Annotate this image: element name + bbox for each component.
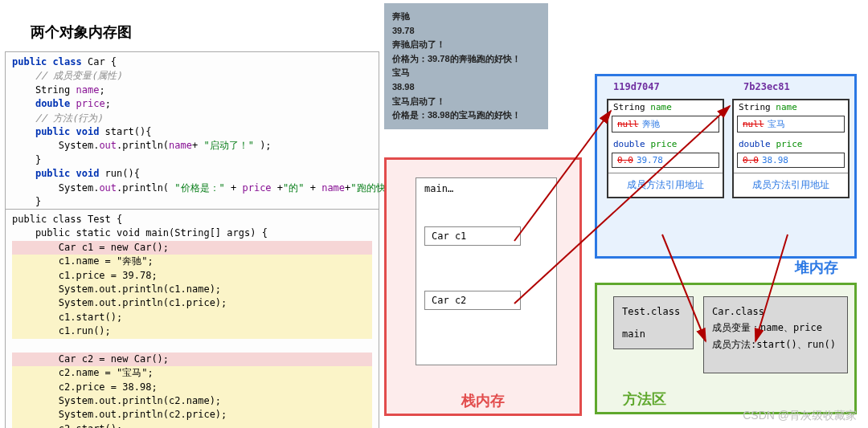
heap-addr-1: 119d7047 (613, 81, 660, 92)
code-test-text: public class Test { public static void m… (6, 210, 379, 428)
heap-obj1-name: null奔驰 (612, 116, 719, 132)
code-test-class: public class Test { public static void m… (5, 209, 379, 428)
stack-frame-main: main… Car c1 Car c2 (416, 177, 557, 365)
method-area: Test.class main Car.class 成员变量：name、pric… (595, 283, 857, 414)
heap-obj2-methodref: 成员方法引用地址 (734, 173, 848, 197)
heap-addr-2: 7b23ec81 (743, 81, 790, 92)
console-output: 奔驰 39.78 奔驰启动了！ 价格为：39.78的奔驰跑的好快！ 宝马 38.… (384, 3, 548, 129)
frame-label: main… (424, 183, 548, 194)
heap-obj1-methodref: 成员方法引用地址 (608, 173, 723, 197)
method-area-test: Test.class main (613, 296, 694, 349)
stack-var-c2: Car c2 (424, 291, 521, 310)
stack-memory: main… Car c1 Car c2 栈内存 (384, 157, 582, 416)
heap-label: 堆内存 (795, 258, 838, 277)
heap-memory: 119d7047 7b23ec81 String String namename… (595, 74, 857, 259)
console-line: 宝马启动了！ (392, 95, 540, 109)
method-area-car: Car.class 成员变量：name、price 成员方法:start()、r… (703, 296, 848, 373)
stack-label: 栈内存 (387, 391, 579, 410)
watermark: CSDN @骨灰级收藏家 (743, 409, 857, 423)
code-car-text: public class Car { // 成员变量(属性) String na… (6, 52, 379, 226)
heap-object-2: String name null宝马 double price 0.038.98… (732, 99, 850, 198)
heap-obj1-price: 0.039.78 (612, 153, 719, 168)
console-line: 38.98 (392, 80, 540, 95)
method-area-label: 方法区 (623, 389, 666, 409)
console-line: 奔驰启动了！ (392, 38, 540, 52)
console-line: 39.78 (392, 24, 540, 39)
heap-obj2-name: null宝马 (737, 116, 845, 132)
console-line: 宝马 (392, 66, 540, 80)
heap-obj2-price: 0.038.98 (737, 153, 845, 168)
diagram-title: 两个对象内存图 (31, 22, 132, 42)
console-line: 价格是：38.98的宝马跑的好快！ (392, 108, 540, 123)
console-line: 价格为：39.78的奔驰跑的好快！ (392, 52, 540, 67)
heap-object-1: String String namename null奔驰 double pri… (607, 99, 724, 198)
code-car-class: public class Car { // 成员变量(属性) String na… (5, 51, 379, 227)
stack-var-c1: Car c1 (424, 226, 521, 246)
console-line: 奔驰 (392, 10, 540, 24)
